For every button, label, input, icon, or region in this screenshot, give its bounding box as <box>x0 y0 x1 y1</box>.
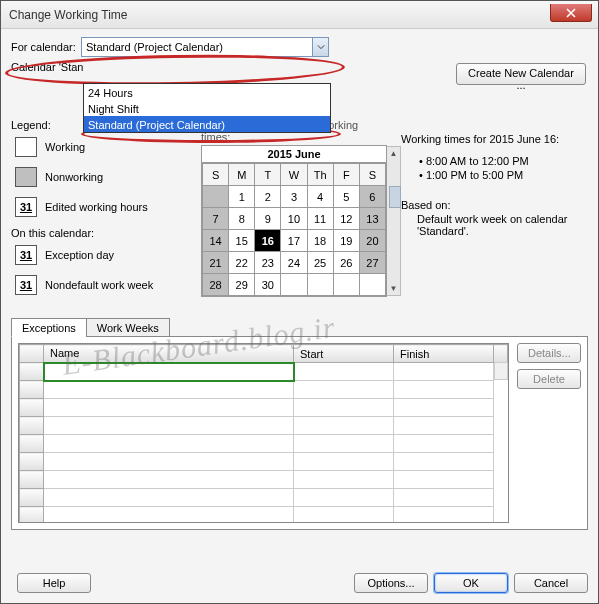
close-button[interactable] <box>550 4 592 22</box>
grid-cell[interactable] <box>294 435 394 453</box>
calendar-day[interactable]: 30 <box>255 274 281 296</box>
calendar-day[interactable]: 5 <box>333 186 359 208</box>
dropdown-item-24hours[interactable]: 24 Hours <box>84 84 330 100</box>
calendar-day[interactable]: 29 <box>229 274 255 296</box>
grid-cell[interactable] <box>44 435 294 453</box>
calendar-day[interactable]: 9 <box>255 208 281 230</box>
grid-cell[interactable] <box>44 417 294 435</box>
grid-row-header[interactable] <box>20 471 44 489</box>
ok-button[interactable]: OK <box>434 573 508 593</box>
legend-nondefault: Nondefault work week <box>45 279 153 291</box>
grid-cell[interactable] <box>394 363 494 381</box>
grid-cell[interactable] <box>44 507 294 524</box>
calendar-day[interactable]: 8 <box>229 208 255 230</box>
grid-cell[interactable] <box>44 399 294 417</box>
dow-header: T <box>255 164 281 186</box>
grid-cell[interactable] <box>44 471 294 489</box>
calendar-day[interactable] <box>281 274 307 296</box>
grid-cell[interactable] <box>294 489 394 507</box>
grid-row-header[interactable] <box>20 417 44 435</box>
calendar-day[interactable] <box>203 186 229 208</box>
cancel-button[interactable]: Cancel <box>514 573 588 593</box>
grid-cell[interactable] <box>294 453 394 471</box>
tab-exceptions[interactable]: Exceptions <box>11 318 87 337</box>
grid-cell[interactable] <box>294 417 394 435</box>
grid-cell[interactable] <box>294 471 394 489</box>
options-button[interactable]: Options... <box>354 573 428 593</box>
grid-row-header[interactable] <box>20 399 44 417</box>
delete-button[interactable]: Delete <box>517 369 581 389</box>
calendar-day[interactable] <box>333 274 359 296</box>
calendar-day[interactable]: 3 <box>281 186 307 208</box>
grid-cell[interactable] <box>294 381 394 399</box>
calendar-day[interactable]: 13 <box>359 208 385 230</box>
grid-cell[interactable] <box>394 471 494 489</box>
calendar-day[interactable]: 4 <box>307 186 333 208</box>
calendar-day[interactable]: 22 <box>229 252 255 274</box>
grid-cell[interactable] <box>394 507 494 524</box>
grid-cell[interactable] <box>294 507 394 524</box>
grid-row-header[interactable] <box>20 435 44 453</box>
calendar-dropdown-list[interactable]: 24 Hours Night Shift Standard (Project C… <box>83 83 331 133</box>
grid-cell[interactable] <box>394 399 494 417</box>
calendar-day[interactable]: 17 <box>281 230 307 252</box>
grid-header-finish[interactable]: Finish <box>394 345 494 363</box>
dropdown-item-nightshift[interactable]: Night Shift <box>84 100 330 116</box>
calendar-day[interactable]: 25 <box>307 252 333 274</box>
calendar-day[interactable]: 27 <box>359 252 385 274</box>
calendar-scrollbar[interactable]: ▲ ▼ <box>387 146 401 296</box>
grid-header-start[interactable]: Start <box>294 345 394 363</box>
calendar-day[interactable]: 20 <box>359 230 385 252</box>
grid-row-header[interactable] <box>20 363 44 381</box>
grid-row-header[interactable] <box>20 489 44 507</box>
grid-cell[interactable] <box>294 363 394 381</box>
create-new-calendar-button[interactable]: Create New Calendar ... <box>456 63 586 85</box>
calendar-day[interactable]: 24 <box>281 252 307 274</box>
grid-scrollbar[interactable] <box>494 362 508 380</box>
calendar-day[interactable] <box>359 274 385 296</box>
calendar-day[interactable]: 23 <box>255 252 281 274</box>
dropdown-item-standard[interactable]: Standard (Project Calendar) <box>84 116 330 132</box>
calendar-day[interactable] <box>307 274 333 296</box>
grid-cell[interactable] <box>394 435 494 453</box>
grid-row-header[interactable] <box>20 507 44 524</box>
details-button[interactable]: Details... <box>517 343 581 363</box>
calendar-day[interactable]: 10 <box>281 208 307 230</box>
calendar-day[interactable]: 2 <box>255 186 281 208</box>
grid-cell[interactable] <box>44 489 294 507</box>
grid-cell[interactable] <box>394 381 494 399</box>
exceptions-grid[interactable]: Name Start Finish <box>18 343 509 523</box>
legend-swatch-edited: 31 <box>15 197 37 217</box>
calendar-day[interactable]: 28 <box>203 274 229 296</box>
calendar-day[interactable]: 12 <box>333 208 359 230</box>
calendar-day[interactable]: 6 <box>359 186 385 208</box>
grid-cell[interactable] <box>394 453 494 471</box>
grid-cell[interactable] <box>394 417 494 435</box>
tab-work-weeks[interactable]: Work Weeks <box>86 318 170 337</box>
scrollbar-thumb[interactable] <box>389 186 401 208</box>
grid-cell[interactable] <box>44 381 294 399</box>
calendar-day[interactable]: 1 <box>229 186 255 208</box>
calendar-day[interactable]: 18 <box>307 230 333 252</box>
calendar-day-selected[interactable]: 16 <box>255 230 281 252</box>
grid-cell[interactable] <box>394 489 494 507</box>
grid-cell-name-edit[interactable] <box>44 363 294 381</box>
grid-cell[interactable] <box>44 453 294 471</box>
chevron-down-icon[interactable] <box>312 38 328 56</box>
calendar-day[interactable]: 21 <box>203 252 229 274</box>
grid-row-header[interactable] <box>20 453 44 471</box>
scroll-up-icon[interactable]: ▲ <box>390 147 398 160</box>
calendar-day[interactable]: 11 <box>307 208 333 230</box>
calendar[interactable]: 2015 June S M T W Th F S 1 2 <box>201 145 387 297</box>
grid-row-header[interactable] <box>20 381 44 399</box>
calendar-day[interactable]: 19 <box>333 230 359 252</box>
calendar-day[interactable]: 15 <box>229 230 255 252</box>
scroll-down-icon[interactable]: ▼ <box>390 282 398 295</box>
calendar-day[interactable]: 26 <box>333 252 359 274</box>
help-button[interactable]: Help <box>17 573 91 593</box>
calendar-combo[interactable]: Standard (Project Calendar) <box>81 37 329 57</box>
calendar-day[interactable]: 14 <box>203 230 229 252</box>
calendar-day[interactable]: 7 <box>203 208 229 230</box>
grid-header-name[interactable]: Name <box>44 345 294 363</box>
grid-cell[interactable] <box>294 399 394 417</box>
